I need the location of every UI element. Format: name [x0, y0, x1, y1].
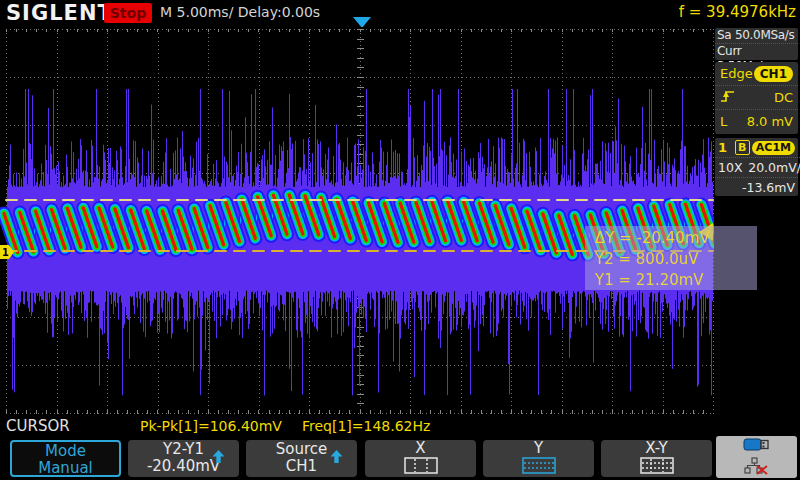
- freq-measurement: Freq[1]=148.62Hz: [302, 418, 430, 434]
- lan-disconnected-icon: [744, 457, 770, 479]
- source-button[interactable]: Source CH1: [246, 440, 357, 477]
- oscilloscope-screen: SIGLENT Stop M 5.00ms/ Delay:0.00s f = 3…: [0, 0, 800, 480]
- channel1-info-box: 1 B AC1M 10X 20.0mV/ -13.6mV: [715, 138, 798, 196]
- cursor-delta-y: ΔY = -20.40mV: [595, 228, 757, 249]
- cursor-readout-overlay: ΔY = -20.40mV Y2 = 800.0uV Y1 = 21.20mV: [585, 226, 757, 290]
- trigger-info-box: Edge CH1 DC L 8.0 mV: [715, 62, 798, 134]
- channel-coupling-badge: AC1M: [752, 141, 795, 155]
- bandwidth-limit-badge: B: [735, 140, 750, 155]
- waveform-canvas[interactable]: [0, 27, 714, 415]
- mode-value: Manual: [12, 460, 119, 477]
- menu-title: CURSOR: [6, 417, 70, 435]
- trigger-coupling-readout: DC: [774, 90, 793, 105]
- cursor-xy-label: X-Y: [601, 440, 712, 457]
- measurement-row: CURSOR Pk-Pk[1]=106.40mV Freq[1]=148.62H…: [0, 417, 800, 437]
- y2-y1-button[interactable]: Y2-Y1 -20.40mV: [128, 440, 239, 477]
- cursor-x-button[interactable]: X: [365, 440, 476, 477]
- channel-number: 1: [718, 140, 735, 155]
- channel-offset-readout: -13.6mV: [742, 180, 795, 195]
- mode-button[interactable]: Mode Manual: [10, 440, 121, 477]
- trigger-source-badge: CH1: [754, 66, 793, 82]
- brand-logo: SIGLENT: [6, 1, 113, 25]
- trigger-level-label: L: [720, 114, 727, 129]
- timebase-readout: M 5.00ms/ Delay:0.00s: [160, 4, 320, 20]
- cursor-y-button[interactable]: Y: [483, 440, 594, 477]
- cursor-y1: Y1 = 21.20mV: [595, 270, 757, 291]
- xy-cursors-icon: [637, 460, 677, 478]
- cursor-xy-button[interactable]: X-Y: [601, 440, 712, 477]
- pkpk-measurement: Pk-Pk[1]=106.40mV: [140, 418, 282, 434]
- mode-label: Mode: [12, 443, 119, 460]
- trigger-level-readout: 8.0 mV: [747, 114, 793, 129]
- cursor-y2: Y2 = 800.0uV: [595, 249, 757, 270]
- frequency-counter: f = 39.4976kHz: [679, 3, 796, 21]
- volts-per-div-readout: 20.0mV/: [748, 160, 800, 175]
- memory-depth-readout: Curr 3.50Mpts: [715, 43, 798, 59]
- usb-device-icon: [743, 436, 771, 455]
- top-status-bar: SIGLENT Stop M 5.00ms/ Delay:0.00s f = 3…: [0, 0, 800, 27]
- x-cursors-icon: [401, 460, 441, 478]
- rising-edge-icon: [720, 89, 736, 107]
- y-cursors-icon: [519, 460, 559, 478]
- sample-rate-readout: Sa 50.0MSa/s: [715, 28, 798, 43]
- cursor-x-label: X: [365, 440, 476, 457]
- cursor-y-label: Y: [483, 440, 594, 457]
- probe-attenuation-readout: 10X: [718, 160, 742, 175]
- acquisition-info-box: Sa 50.0MSa/s Curr 3.50Mpts: [715, 28, 798, 60]
- io-status-panel: [716, 436, 797, 478]
- run-state-badge: Stop: [104, 3, 152, 23]
- trigger-type-label: Edge: [720, 66, 753, 81]
- adjust-up-arrow-icon: [212, 449, 225, 467]
- adjust-up-arrow-icon: [330, 449, 343, 467]
